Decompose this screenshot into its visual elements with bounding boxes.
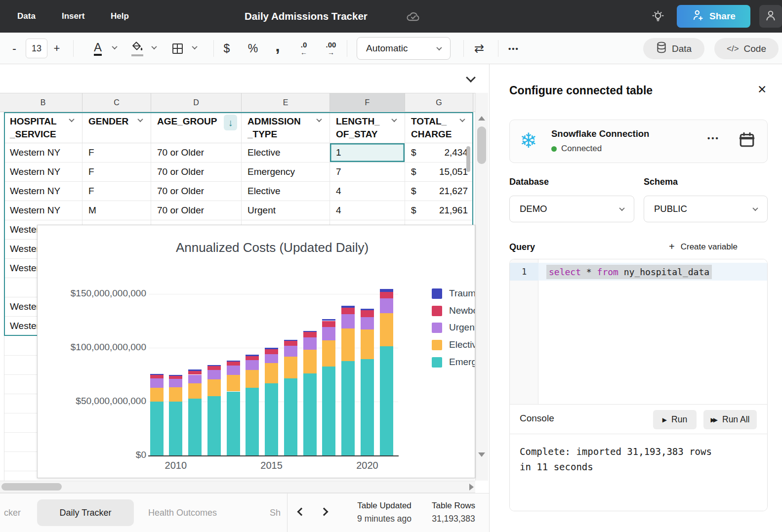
comma-format-button[interactable]: ,: [271, 36, 285, 55]
table-cell[interactable]: $21,961: [405, 201, 473, 220]
bar-segment-urgent-2009: [150, 378, 164, 388]
table-cell[interactable]: $2,434: [405, 143, 473, 163]
collapse-chevron-icon[interactable]: [466, 73, 476, 82]
x-axis-tick-label: 2010: [156, 460, 196, 471]
table-cell[interactable]: Elective: [242, 143, 330, 163]
column-header-admission[interactable]: ADMISSION_TYPE: [242, 112, 330, 143]
menu-help[interactable]: Help: [111, 0, 129, 33]
table-cell[interactable]: Emergency: [242, 163, 330, 182]
text-color-button[interactable]: A: [91, 40, 105, 57]
column-letter-F[interactable]: F: [330, 93, 405, 112]
bar-segment-urgent-2018: [322, 327, 335, 340]
horizontal-scrollbar-thumb[interactable]: [1, 483, 62, 491]
table-cell[interactable]: 4: [330, 201, 405, 220]
column-header-agegroup[interactable]: AGE_GROUP↓: [151, 112, 242, 143]
borders-chevron-icon[interactable]: [192, 44, 197, 49]
number-format-select[interactable]: Automatic: [357, 37, 451, 60]
bar-segment-trauma-2011: [188, 369, 202, 371]
scroll-up-arrow[interactable]: [478, 116, 485, 121]
table-cell[interactable]: F: [82, 163, 151, 182]
sql-editor[interactable]: 1 select * from ny_hospital_data: [510, 259, 767, 404]
font-size-input[interactable]: 13: [26, 39, 47, 58]
table-cell[interactable]: 70 or Older: [151, 163, 242, 182]
table-cell[interactable]: 70 or Older: [151, 201, 242, 220]
table-cell[interactable]: M: [82, 201, 151, 220]
currency-format-button[interactable]: $: [219, 39, 234, 58]
number-format-value: Automatic: [366, 43, 408, 54]
zoom-in-button[interactable]: +: [49, 39, 64, 58]
editor-active-line[interactable]: select * from ny_hospital_data: [538, 263, 767, 281]
column-header-gender[interactable]: GENDER: [82, 112, 151, 143]
share-button[interactable]: Share: [677, 5, 750, 28]
table-cell[interactable]: 70 or Older: [151, 143, 242, 163]
table-cell[interactable]: 7: [330, 163, 405, 182]
close-icon[interactable]: ✕: [757, 83, 767, 96]
scroll-right-arrow[interactable]: [469, 484, 474, 491]
sheet-tab-clipped[interactable]: cker: [4, 493, 21, 532]
text-color-chevron-icon[interactable]: [112, 44, 117, 49]
column-header-total[interactable]: TOTAL_CHARGE: [405, 112, 473, 143]
menu-data[interactable]: Data: [17, 0, 36, 33]
column-header-length[interactable]: LENGTH_OF_STAY: [330, 112, 405, 143]
legend-label-urgent: Urgent: [449, 322, 475, 333]
run-all-button[interactable]: ▶▶ Run All: [703, 410, 757, 429]
table-cell[interactable]: $15,051: [405, 163, 473, 182]
dropdown-chevron-icon: [752, 205, 758, 211]
schema-dropdown[interactable]: PUBLIC: [644, 196, 768, 222]
table-cell[interactable]: Western NY: [4, 163, 82, 182]
fill-color-button[interactable]: [129, 39, 145, 58]
column-letter-C[interactable]: C: [82, 93, 151, 112]
borders-button[interactable]: [170, 40, 185, 57]
table-cell[interactable]: Urgent: [242, 201, 330, 220]
run-button[interactable]: ▶ Run: [653, 410, 697, 429]
run-all-label: Run All: [722, 414, 749, 425]
increase-decimal-button[interactable]: .00 →: [321, 40, 341, 57]
fill-color-chevron-icon[interactable]: [151, 44, 157, 49]
table-cell[interactable]: 4: [330, 182, 405, 201]
swap-columns-button[interactable]: ⇄: [469, 39, 489, 58]
chart-panel[interactable]: Annualized Costs (Updated Daily) $0$50,0…: [37, 225, 475, 478]
table-cell[interactable]: F: [82, 182, 151, 201]
sort-descending-icon[interactable]: ↓: [224, 115, 237, 130]
table-cell[interactable]: Western NY: [4, 201, 82, 220]
column-header-hospital[interactable]: HOSPITAL_SERVICE: [4, 112, 82, 143]
sheet-tab-health-outcomes[interactable]: Health Outcomes: [148, 493, 217, 532]
sheet-tab-clipped-right[interactable]: Sh: [270, 493, 287, 532]
column-letter-G[interactable]: G: [405, 93, 473, 112]
next-sheet-chevron-icon[interactable]: [320, 508, 329, 516]
create-variable-button[interactable]: + Create variable: [669, 241, 738, 252]
header-line2: CHARGE: [411, 128, 473, 141]
table-cell[interactable]: Elective: [242, 182, 330, 201]
lightbulb-icon[interactable]: [651, 9, 665, 25]
calendar-icon[interactable]: [738, 131, 756, 151]
column-letter-B[interactable]: B: [4, 93, 82, 112]
vertical-scrollbar-thumb[interactable]: [477, 126, 486, 164]
column-letter-E[interactable]: E: [242, 93, 330, 112]
column-letter-D[interactable]: D: [151, 93, 242, 112]
table-cell[interactable]: 1: [330, 143, 405, 163]
data-view-button[interactable]: Data: [643, 38, 704, 59]
zoom-out-button[interactable]: -: [7, 39, 22, 58]
text-color-a-icon: A: [94, 41, 102, 56]
menu-insert[interactable]: Insert: [62, 0, 84, 33]
table-cell[interactable]: Western NY: [4, 182, 82, 201]
database-dropdown[interactable]: DEMO: [509, 196, 634, 222]
table-scrollbar-thumb[interactable]: [466, 146, 470, 172]
decrease-decimal-button[interactable]: .0 ←: [295, 40, 312, 57]
code-view-button[interactable]: </> Code: [714, 38, 779, 59]
table-cell[interactable]: F: [82, 143, 151, 163]
scroll-down-arrow[interactable]: [478, 452, 485, 457]
percent-format-button[interactable]: %: [244, 39, 262, 58]
prev-sheet-chevron-icon[interactable]: [297, 508, 306, 516]
bar-segment-emergency-2020: [361, 359, 374, 455]
bar-segment-newborn-2021: [380, 292, 393, 299]
connection-menu-button[interactable]: •••: [707, 134, 720, 142]
more-options-button[interactable]: •••: [505, 39, 523, 58]
table-cell[interactable]: Western NY: [4, 143, 82, 163]
table-cell[interactable]: 70 or Older: [151, 182, 242, 201]
sheet-tab-daily-tracker[interactable]: Daily Tracker: [37, 499, 134, 526]
bar-segment-elective-2015: [265, 363, 278, 383]
avatar-button[interactable]: [759, 5, 782, 28]
table-cell[interactable]: $21,627: [405, 182, 473, 201]
horizontal-scrollbar-track[interactable]: [0, 481, 475, 493]
